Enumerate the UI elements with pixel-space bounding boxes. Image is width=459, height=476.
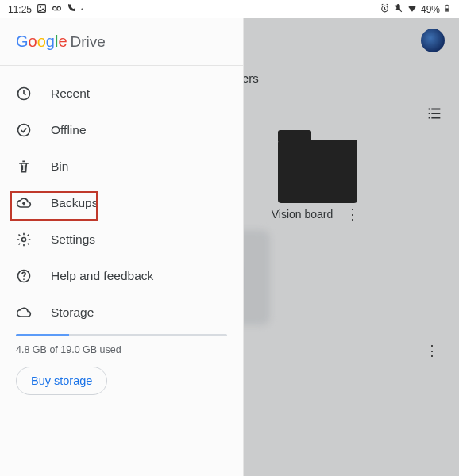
menu-label: Backups xyxy=(51,196,98,210)
svg-rect-6 xyxy=(446,5,448,6)
menu-label: Settings xyxy=(51,232,95,247)
svg-point-10 xyxy=(22,238,26,242)
logo-suffix: Drive xyxy=(71,33,106,51)
voicemail-icon xyxy=(52,3,62,16)
dot-icon: • xyxy=(81,6,83,13)
svg-point-12 xyxy=(23,278,25,280)
svg-point-3 xyxy=(57,6,60,10)
drawer-header: Google Drive xyxy=(0,18,243,66)
cloud-icon xyxy=(16,305,32,321)
picture-icon xyxy=(37,3,47,16)
svg-point-1 xyxy=(40,6,41,7)
vibrate-icon xyxy=(393,3,403,16)
google-drive-logo: Google Drive xyxy=(16,33,106,51)
offline-icon xyxy=(16,122,32,138)
alarm-icon xyxy=(380,3,390,16)
svg-rect-7 xyxy=(446,8,448,10)
status-right: 49% xyxy=(380,2,451,16)
svg-point-9 xyxy=(18,125,30,136)
menu-storage[interactable]: Storage xyxy=(0,294,243,331)
svg-point-2 xyxy=(53,6,56,10)
clock-icon xyxy=(16,86,32,102)
phone-icon xyxy=(67,3,76,15)
battery-icon xyxy=(443,2,451,16)
menu-label: Storage xyxy=(51,305,94,320)
menu-help[interactable]: Help and feedback xyxy=(0,258,243,294)
menu-label: Recent xyxy=(51,86,90,101)
storage-text: 4.8 GB of 19.0 GB used xyxy=(16,344,227,355)
storage-progress xyxy=(16,334,227,336)
buy-storage-button[interactable]: Buy storage xyxy=(16,367,107,395)
storage-progress-fill xyxy=(16,334,69,336)
menu-label: Bin xyxy=(51,159,68,174)
help-icon xyxy=(16,268,32,284)
storage-block: 4.8 GB of 19.0 GB used Buy storage xyxy=(0,334,243,395)
drawer-menu: Recent Offline Bin Backups Settings Help… xyxy=(0,66,243,476)
status-time: 11:25 xyxy=(8,4,32,15)
menu-bin[interactable]: Bin xyxy=(0,148,243,185)
trash-icon xyxy=(16,159,32,175)
cloud-up-icon xyxy=(16,195,32,211)
menu-offline[interactable]: Offline xyxy=(0,112,243,148)
menu-backups[interactable]: Backups xyxy=(0,185,243,221)
menu-recent[interactable]: Recent xyxy=(0,75,243,112)
status-left: 11:25 • xyxy=(8,3,83,16)
nav-drawer: Google Drive Recent Offline Bin Backups … xyxy=(0,18,244,476)
menu-settings[interactable]: Settings xyxy=(0,221,243,258)
gear-icon xyxy=(16,232,32,248)
menu-label: Help and feedback xyxy=(51,269,153,283)
status-bar: 11:25 • 49% xyxy=(0,0,459,18)
menu-label: Offline xyxy=(51,123,87,137)
battery-text: 49% xyxy=(421,4,440,15)
wifi-icon xyxy=(407,2,418,16)
